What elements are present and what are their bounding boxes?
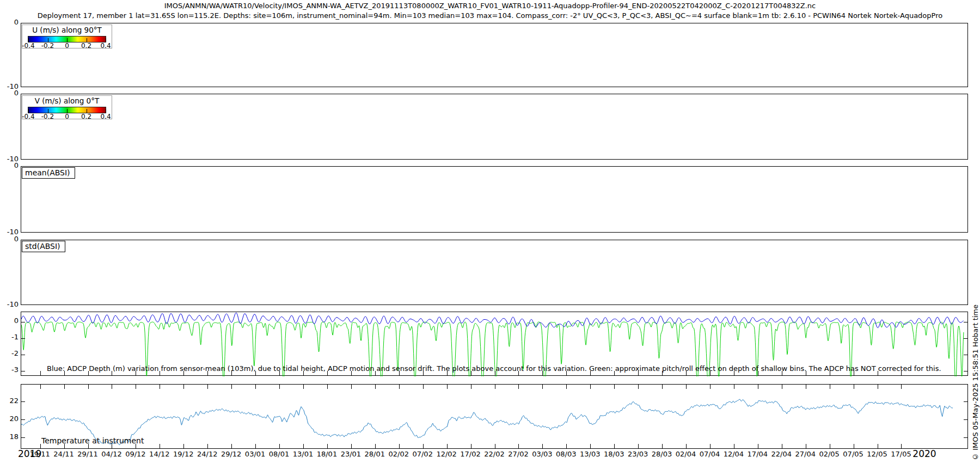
x-tick-bottom [710,444,710,448]
x-tick-bottom [231,444,232,448]
mean-absi-label: mean(ABSI) [22,167,75,179]
x-tick-top [303,385,304,389]
x-tick-bottom [542,444,543,448]
y-tick-label: 20 [1,415,19,423]
x-tick-top [878,385,878,389]
colorbar-tick-mark [28,109,29,113]
colorbar-tick-label: -0.4 [22,113,34,120]
y-tick-label: 0 [1,235,19,243]
y-tick-label: -1 [1,333,19,341]
std-absi-panel: std(ABSI) [21,240,968,305]
colorbar-tick-label: -0.2 [41,42,54,50]
velocity-v-panel: V (m/s) along 0°T -0.4-0.200.20.4 [21,94,968,160]
std-absi-label: std(ABSI) [22,241,65,252]
x-tick-top [40,385,41,389]
x-tick-top [207,385,208,389]
x-tick-bottom [686,444,687,448]
y-tick-left [21,437,25,438]
colorbar-tick-mark [106,109,106,113]
x-tick-top [231,385,232,389]
x-tick-top [638,385,639,389]
colorbar-tick-label: 0 [65,42,69,50]
colorbar-tick-mark [67,38,68,42]
y-tick-right [964,371,967,371]
colorbar-tick-label: -0.2 [41,113,54,120]
y-tick-label: 0 [1,19,19,26]
y-tick-label: -10 [1,301,19,308]
temperature-panel: Temperature at instrument [21,384,968,449]
x-tick-top [782,385,782,389]
v-legend-title: V (m/s) along 0°T [22,96,112,105]
mean-absi-panel: mean(ABSI) [21,166,968,233]
x-tick-bottom [638,444,639,448]
x-tick-top [112,385,112,389]
x-tick-top [471,385,471,389]
x-tick-bottom [878,444,878,448]
y-tick-right [964,355,967,355]
colorbar-tick-mark [67,109,68,113]
y-tick-left [21,338,25,339]
year-label-2020: 2020 [905,448,944,459]
y-tick-left [21,355,25,355]
x-tick-bottom [662,444,663,448]
x-tick-top [830,385,830,389]
y-tick-right [964,401,967,402]
x-tick-bottom [518,444,519,448]
x-tick-top [566,385,567,389]
colorbar-tick-mark [106,38,106,42]
x-tick-top [518,385,519,389]
x-tick-top [758,385,758,389]
x-tick-bottom [399,444,400,448]
x-tick-top [279,385,280,389]
x-tick-bottom [279,444,280,448]
depth-variation-panel: Blue: ADCP Depth (m) variation from sens… [21,312,968,376]
x-tick-top [183,385,184,389]
x-tick-bottom [782,444,782,448]
temperature-line [21,399,953,445]
x-tick-bottom [375,444,376,448]
figure-title: IMOS/ANMN/WA/WATR10/Velocity/IMOS_ANMN-W… [0,2,980,10]
x-tick-bottom [183,444,184,448]
x-tick-bottom [351,444,352,448]
y-tick-label: 0 [1,162,19,169]
year-label-2019: 2019 [18,448,41,459]
x-tick-top [136,385,136,389]
y-tick-label: 0 [1,89,19,97]
colorbar-tick-label: 0.4 [100,42,111,50]
x-tick-top [399,385,400,389]
x-tick-top [255,385,256,389]
y-tick-label: 22 [1,397,19,405]
x-tick-bottom [471,444,471,448]
figure: IMOS/ANMN/WA/WATR10/Velocity/IMOS_ANMN-W… [0,0,980,463]
y-tick-left [21,419,25,420]
v-colorbar-legend: V (m/s) along 0°T -0.4-0.200.20.4 [22,95,112,119]
x-tick-top [710,385,710,389]
temperature-plot [21,385,969,449]
x-tick-bottom [758,444,758,448]
colorbar-tick-mark [48,109,48,113]
colorbar-tick-label: 0.2 [81,113,91,120]
x-tick-bottom [901,444,902,448]
x-tick-bottom [806,444,806,448]
imos-watermark: © IMOS 05-May-2025 15:58:51 Hobart time [971,304,979,461]
x-tick-bottom [734,444,734,448]
y-tick-label: -3 [1,366,19,374]
x-tick-bottom [495,444,495,448]
x-tick-bottom [207,444,208,448]
x-tick-bottom [590,444,591,448]
y-tick-right [964,437,967,438]
x-tick-bottom [303,444,304,448]
u-colorbar-legend: U (m/s) along 90°T -0.4-0.200.20.4 [22,25,112,48]
colorbar-tick-mark [48,38,48,42]
x-tick-top [64,385,65,389]
y-tick-left [21,322,25,322]
x-tick-bottom [327,444,328,448]
x-tick-top [423,385,424,389]
x-tick-top [88,385,89,389]
x-tick-top [662,385,663,389]
x-tick-bottom [830,444,830,448]
x-tick-top [901,385,902,389]
x-tick-bottom [566,444,567,448]
x-tick-top [686,385,687,389]
colorbar-tick-mark [28,38,29,42]
